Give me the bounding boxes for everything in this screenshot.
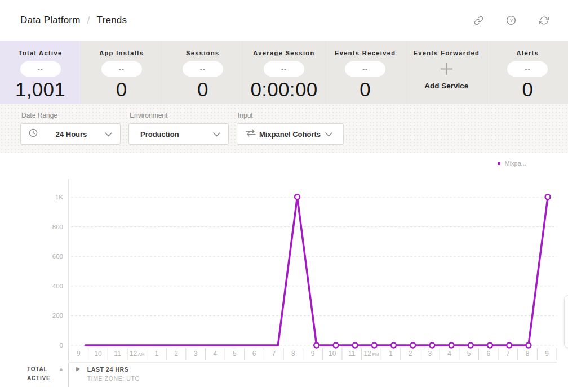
svg-text:3: 3 — [428, 350, 432, 358]
filter-environment: Environment Production — [128, 112, 229, 153]
svg-text:5: 5 — [467, 350, 471, 358]
svg-text:2: 2 — [174, 350, 178, 358]
kpi-card-events-forwarded[interactable]: Events Forwarded Add Service — [406, 41, 487, 104]
kpi-label: App Installs — [99, 50, 144, 56]
svg-text:0: 0 — [60, 342, 63, 349]
kpi-card-row: Total Active -- 1,001 App Installs -- 0 … — [0, 41, 568, 104]
svg-text:9: 9 — [311, 350, 315, 358]
svg-text:4: 4 — [447, 350, 451, 358]
svg-text:1K: 1K — [55, 194, 63, 201]
line-chart[interactable]: 02004006008001K9101112 AM123456789101112… — [0, 153, 568, 392]
svg-text:6: 6 — [252, 350, 256, 358]
svg-text:1: 1 — [155, 350, 159, 358]
svg-text:400: 400 — [52, 283, 63, 289]
svg-text:8: 8 — [526, 350, 530, 358]
kpi-card-events-received[interactable]: Events Received -- 0 — [325, 41, 406, 104]
svg-text:3: 3 — [194, 350, 198, 358]
kpi-value: 0 — [360, 79, 371, 99]
floating-widget-edge[interactable] — [564, 295, 568, 348]
svg-text:7: 7 — [272, 350, 276, 358]
chevron-down-icon — [105, 129, 112, 139]
help-icon[interactable]: ? — [506, 15, 516, 25]
link-icon[interactable] — [473, 15, 483, 25]
kpi-card-average-session[interactable]: Average Session -- 0:00:00 — [243, 41, 325, 104]
svg-text:8: 8 — [291, 350, 295, 358]
kpi-badge: -- — [20, 61, 61, 77]
caret-right-icon[interactable]: ▶ — [76, 366, 81, 372]
kpi-value: 0 — [116, 79, 127, 99]
kpi-value: 0:00:00 — [251, 79, 318, 99]
kpi-badge: -- — [101, 61, 142, 77]
input-value: Mixpanel Cohorts — [259, 130, 321, 139]
page-header: Data Platform / Trends ? — [0, 0, 568, 41]
kpi-value: 0 — [522, 79, 534, 99]
breadcrumb-section[interactable]: Data Platform — [20, 15, 81, 26]
filter-label: Date Range — [21, 112, 121, 119]
chevron-down-icon — [213, 129, 220, 139]
kpi-label: Sessions — [186, 50, 220, 56]
input-dropdown[interactable]: Mixpanel Cohorts — [237, 123, 344, 145]
svg-text:800: 800 — [52, 224, 63, 230]
refresh-icon[interactable] — [539, 15, 549, 25]
kpi-label: Average Session — [253, 50, 314, 56]
breadcrumb-separator: / — [87, 15, 90, 26]
svg-text:11: 11 — [114, 350, 121, 358]
footer-metric-line2: ACTIVE — [27, 374, 50, 383]
sort-up-icon: ▲ — [59, 366, 64, 372]
timezone-label: TIME ZONE: UTC — [87, 374, 140, 383]
kpi-label: Alerts — [517, 50, 539, 56]
svg-text:1: 1 — [389, 350, 393, 358]
filter-bar: Date Range 24 Hours Environment Producti… — [0, 104, 568, 153]
swap-icon — [245, 129, 256, 139]
filter-input: Input Mixpanel Cohorts — [237, 112, 344, 153]
svg-text:2: 2 — [409, 350, 412, 358]
filter-label: Input — [238, 112, 344, 119]
page-title: Trends — [97, 15, 127, 26]
svg-text:6: 6 — [486, 350, 490, 358]
add-service-button[interactable]: Add Service — [424, 82, 468, 90]
svg-text:5: 5 — [233, 350, 237, 358]
kpi-badge: -- — [345, 61, 385, 77]
kpi-card-total-active[interactable]: Total Active -- 1,001 — [0, 41, 81, 104]
svg-text:10: 10 — [329, 350, 336, 358]
svg-text:?: ? — [509, 17, 512, 23]
kpi-card-sessions[interactable]: Sessions -- 0 — [162, 41, 243, 104]
environment-dropdown[interactable]: Production — [128, 123, 229, 145]
clock-icon — [29, 128, 38, 140]
range-summary: ▶ LAST 24 HRS TIME ZONE: UTC — [69, 363, 140, 387]
svg-text:12 AM: 12 AM — [130, 350, 145, 358]
svg-text:7: 7 — [506, 350, 510, 358]
kpi-value: 1,001 — [15, 79, 65, 99]
footer-metric-line1: TOTAL — [27, 365, 50, 374]
svg-text:200: 200 — [52, 312, 63, 319]
svg-text:4: 4 — [213, 350, 217, 358]
kpi-value: 0 — [197, 79, 208, 99]
trends-chart-panel: Mixpa... 02004006008001K9101112 AM123456… — [0, 153, 568, 392]
chevron-down-icon — [325, 129, 332, 139]
chart-footer: TOTAL ACTIVE ▲ ▶ LAST 24 HRS TIME ZONE: … — [0, 363, 558, 387]
kpi-label: Events Received — [335, 50, 396, 56]
svg-text:10: 10 — [94, 350, 102, 358]
range-label: LAST 24 HRS — [87, 365, 140, 374]
date-range-value: 24 Hours — [56, 130, 87, 139]
filter-date-range: Date Range 24 Hours — [20, 112, 121, 153]
breadcrumb: Data Platform / Trends — [20, 15, 127, 26]
kpi-badge: -- — [183, 61, 223, 77]
svg-text:11: 11 — [348, 350, 356, 358]
metric-sort-control[interactable]: TOTAL ACTIVE ▲ — [0, 363, 69, 387]
svg-text:9: 9 — [77, 350, 81, 358]
svg-text:600: 600 — [52, 253, 63, 260]
date-range-dropdown[interactable]: 24 Hours — [20, 123, 121, 145]
kpi-label: Events Forwarded — [413, 50, 480, 56]
kpi-label: Total Active — [19, 50, 63, 56]
filter-label: Environment — [130, 112, 229, 119]
kpi-card-app-installs[interactable]: App Installs -- 0 — [81, 41, 162, 104]
environment-value: Production — [140, 130, 179, 139]
svg-text:9: 9 — [545, 350, 549, 358]
header-actions: ? — [473, 15, 549, 25]
plus-icon — [439, 60, 454, 77]
kpi-card-alerts[interactable]: Alerts -- 0 — [487, 41, 568, 104]
trends-page: Data Platform / Trends ? Total Active --… — [0, 0, 568, 392]
svg-text:12 PM: 12 PM — [363, 350, 379, 358]
kpi-badge: -- — [264, 61, 304, 77]
